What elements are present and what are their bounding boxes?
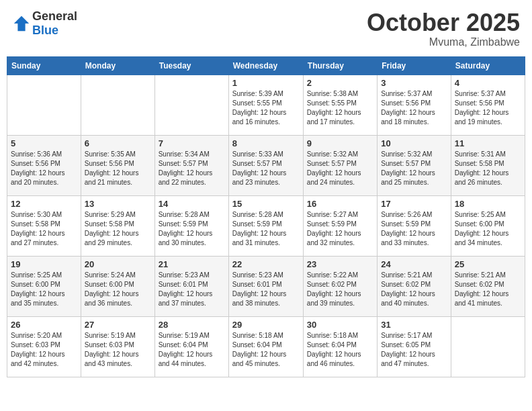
day-info: Sunrise: 5:31 AMSunset: 5:58 PMDaylight:…: [455, 150, 521, 187]
location: Mvuma, Zimbabwe: [367, 36, 520, 48]
day-number: 12: [11, 199, 77, 209]
day-info: Sunrise: 5:36 AMSunset: 5:56 PMDaylight:…: [11, 150, 77, 187]
day-number: 28: [159, 320, 225, 330]
calendar-cell: 15Sunrise: 5:28 AMSunset: 5:59 PMDayligh…: [228, 195, 303, 256]
calendar-cell: [81, 75, 154, 135]
day-info: Sunrise: 5:33 AMSunset: 5:57 PMDaylight:…: [232, 150, 300, 187]
calendar-cell: 8Sunrise: 5:33 AMSunset: 5:57 PMDaylight…: [228, 135, 303, 195]
calendar-cell: 12Sunrise: 5:30 AMSunset: 5:58 PMDayligh…: [7, 195, 81, 256]
calendar-cell: 17Sunrise: 5:26 AMSunset: 5:59 PMDayligh…: [378, 195, 451, 256]
day-number: 22: [232, 259, 300, 269]
day-number: 21: [159, 259, 225, 269]
svg-marker-0: [14, 16, 29, 31]
calendar-cell: 22Sunrise: 5:23 AMSunset: 6:01 PMDayligh…: [228, 256, 303, 316]
day-number: 5: [11, 138, 77, 148]
calendar-cell: 5Sunrise: 5:36 AMSunset: 5:56 PMDaylight…: [7, 135, 81, 195]
day-number: 10: [381, 138, 447, 148]
logo: General Blue: [12, 9, 77, 38]
day-number: 26: [11, 320, 77, 330]
day-number: 11: [455, 138, 521, 148]
calendar-table: SundayMondayTuesdayWednesdayThursdayFrid…: [7, 56, 525, 377]
day-info: Sunrise: 5:39 AMSunset: 5:55 PMDaylight:…: [232, 89, 300, 127]
logo-text-blue: Blue: [32, 24, 58, 37]
day-number: 18: [455, 199, 521, 209]
calendar-cell: 14Sunrise: 5:28 AMSunset: 5:59 PMDayligh…: [154, 195, 228, 256]
weekday-header: Tuesday: [154, 56, 228, 75]
day-info: Sunrise: 5:17 AMSunset: 6:05 PMDaylight:…: [381, 331, 447, 369]
day-number: 4: [455, 78, 521, 88]
day-info: Sunrise: 5:19 AMSunset: 6:03 PMDaylight:…: [85, 331, 151, 369]
day-info: Sunrise: 5:24 AMSunset: 6:00 PMDaylight:…: [85, 271, 151, 308]
calendar-cell: 28Sunrise: 5:19 AMSunset: 6:04 PMDayligh…: [154, 316, 228, 377]
calendar-cell: 20Sunrise: 5:24 AMSunset: 6:00 PMDayligh…: [81, 256, 154, 316]
weekday-header: Monday: [81, 56, 154, 75]
calendar-cell: [451, 316, 525, 377]
day-number: 7: [159, 138, 225, 148]
weekday-header-row: SundayMondayTuesdayWednesdayThursdayFrid…: [7, 56, 525, 75]
day-number: 9: [307, 138, 373, 148]
day-number: 16: [307, 199, 373, 209]
day-number: 23: [307, 259, 373, 269]
day-number: 17: [381, 199, 447, 209]
calendar-cell: 31Sunrise: 5:17 AMSunset: 6:05 PMDayligh…: [378, 316, 451, 377]
logo-text-general: General: [32, 9, 77, 23]
day-info: Sunrise: 5:29 AMSunset: 5:58 PMDaylight:…: [85, 210, 151, 248]
day-info: Sunrise: 5:18 AMSunset: 6:04 PMDaylight:…: [232, 331, 300, 369]
day-number: 24: [381, 259, 447, 269]
calendar-week-row: 12Sunrise: 5:30 AMSunset: 5:58 PMDayligh…: [7, 195, 525, 256]
calendar-week-row: 5Sunrise: 5:36 AMSunset: 5:56 PMDaylight…: [7, 135, 525, 195]
calendar-cell: 18Sunrise: 5:25 AMSunset: 6:00 PMDayligh…: [451, 195, 525, 256]
day-info: Sunrise: 5:21 AMSunset: 6:02 PMDaylight:…: [381, 271, 447, 308]
calendar-week-row: 1Sunrise: 5:39 AMSunset: 5:55 PMDaylight…: [7, 75, 525, 135]
calendar-cell: 16Sunrise: 5:27 AMSunset: 5:59 PMDayligh…: [303, 195, 377, 256]
calendar-week-row: 26Sunrise: 5:20 AMSunset: 6:03 PMDayligh…: [7, 316, 525, 377]
weekday-header: Thursday: [303, 56, 377, 75]
calendar-cell: 26Sunrise: 5:20 AMSunset: 6:03 PMDayligh…: [7, 316, 81, 377]
day-number: 1: [232, 78, 300, 88]
weekday-header: Friday: [378, 56, 451, 75]
title-section: October 2025 Mvuma, Zimbabwe: [367, 9, 520, 48]
weekday-header: Sunday: [7, 56, 81, 75]
calendar-cell: 9Sunrise: 5:32 AMSunset: 5:57 PMDaylight…: [303, 135, 377, 195]
day-number: 14: [159, 199, 225, 209]
calendar-cell: 21Sunrise: 5:23 AMSunset: 6:01 PMDayligh…: [154, 256, 228, 316]
calendar-cell: 29Sunrise: 5:18 AMSunset: 6:04 PMDayligh…: [228, 316, 303, 377]
day-number: 20: [85, 259, 151, 269]
day-info: Sunrise: 5:23 AMSunset: 6:01 PMDaylight:…: [232, 271, 300, 308]
day-info: Sunrise: 5:25 AMSunset: 6:00 PMDaylight:…: [11, 271, 77, 308]
calendar-cell: 27Sunrise: 5:19 AMSunset: 6:03 PMDayligh…: [81, 316, 154, 377]
day-info: Sunrise: 5:32 AMSunset: 5:57 PMDaylight:…: [381, 150, 447, 187]
day-info: Sunrise: 5:18 AMSunset: 6:04 PMDaylight:…: [307, 331, 373, 369]
calendar-cell: [7, 75, 81, 135]
calendar-cell: 2Sunrise: 5:38 AMSunset: 5:55 PMDaylight…: [303, 75, 377, 135]
day-number: 27: [85, 320, 151, 330]
calendar-cell: 3Sunrise: 5:37 AMSunset: 5:56 PMDaylight…: [378, 75, 451, 135]
calendar-cell: 7Sunrise: 5:34 AMSunset: 5:57 PMDaylight…: [154, 135, 228, 195]
day-info: Sunrise: 5:20 AMSunset: 6:03 PMDaylight:…: [11, 331, 77, 369]
calendar-cell: 19Sunrise: 5:25 AMSunset: 6:00 PMDayligh…: [7, 256, 81, 316]
day-info: Sunrise: 5:19 AMSunset: 6:04 PMDaylight:…: [159, 331, 225, 369]
calendar-cell: 1Sunrise: 5:39 AMSunset: 5:55 PMDaylight…: [228, 75, 303, 135]
day-number: 31: [381, 320, 447, 330]
day-info: Sunrise: 5:37 AMSunset: 5:56 PMDaylight:…: [455, 89, 521, 127]
day-number: 8: [232, 138, 300, 148]
day-info: Sunrise: 5:26 AMSunset: 5:59 PMDaylight:…: [381, 210, 447, 248]
day-number: 2: [307, 78, 373, 88]
page-header: General Blue October 2025 Mvuma, Zimbabw…: [7, 7, 525, 51]
day-number: 25: [455, 259, 521, 269]
day-info: Sunrise: 5:35 AMSunset: 5:56 PMDaylight:…: [85, 150, 151, 187]
day-info: Sunrise: 5:21 AMSunset: 6:02 PMDaylight:…: [455, 271, 521, 308]
day-info: Sunrise: 5:28 AMSunset: 5:59 PMDaylight:…: [232, 210, 300, 248]
day-number: 19: [11, 259, 77, 269]
day-number: 15: [232, 199, 300, 209]
day-info: Sunrise: 5:23 AMSunset: 6:01 PMDaylight:…: [159, 271, 225, 308]
day-info: Sunrise: 5:28 AMSunset: 5:59 PMDaylight:…: [159, 210, 225, 248]
calendar-cell: 25Sunrise: 5:21 AMSunset: 6:02 PMDayligh…: [451, 256, 525, 316]
calendar-cell: 13Sunrise: 5:29 AMSunset: 5:58 PMDayligh…: [81, 195, 154, 256]
calendar-cell: 24Sunrise: 5:21 AMSunset: 6:02 PMDayligh…: [378, 256, 451, 316]
calendar-cell: 4Sunrise: 5:37 AMSunset: 5:56 PMDaylight…: [451, 75, 525, 135]
day-number: 13: [85, 199, 151, 209]
calendar-cell: 10Sunrise: 5:32 AMSunset: 5:57 PMDayligh…: [378, 135, 451, 195]
day-number: 30: [307, 320, 373, 330]
day-info: Sunrise: 5:32 AMSunset: 5:57 PMDaylight:…: [307, 150, 373, 187]
